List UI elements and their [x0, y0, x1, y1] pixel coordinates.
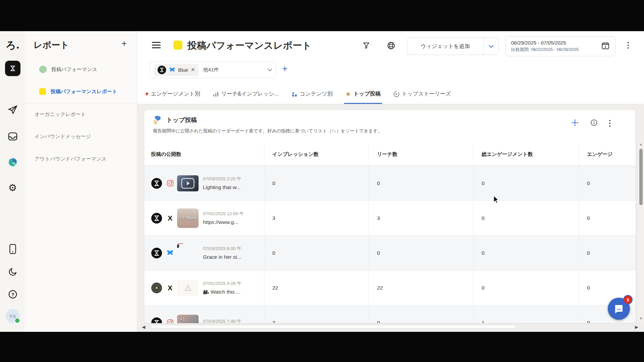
- compose-post-icon[interactable]: [5, 61, 20, 76]
- filter-chevron-down-icon[interactable]: [268, 67, 272, 73]
- reach-value: 0: [377, 180, 380, 186]
- post-date: 07/01/2025 4:26 午: [203, 281, 241, 287]
- scroll-down-icon[interactable]: ▼: [638, 316, 644, 320]
- scroll-right-icon[interactable]: ▶: [635, 325, 638, 329]
- reports-panel-title: レポート: [34, 39, 69, 51]
- avatar-initials: YS: [9, 313, 16, 319]
- report-header: 投稿パフォーマンスレポート ウィジェットを追加 06/29/2025 -: [137, 31, 644, 61]
- impressions-value: 3: [272, 215, 275, 221]
- add-report-button[interactable]: +: [121, 39, 127, 48]
- column-header[interactable]: 投稿の公開数: [151, 151, 181, 158]
- table-row[interactable]: X +2 More 07/02/2025 12:50 午 https://www…: [144, 201, 636, 236]
- post-title: Lighting that w...: [203, 184, 241, 190]
- pen-icon: [9, 64, 17, 72]
- reach-value: 0: [377, 320, 380, 324]
- widget-header: トップ投稿 報告期間中に公開された投稿のリーダーボード表です。好みの指標に基づい…: [144, 110, 636, 143]
- scroll-up-icon[interactable]: ▲: [638, 142, 644, 146]
- impressions-value: 22: [272, 285, 278, 291]
- publish-paper-plane-icon[interactable]: [7, 105, 18, 115]
- app-logo-icon[interactable]: ろ.: [6, 39, 19, 52]
- engagements-value: 0: [482, 250, 485, 256]
- horizontal-scrollbar[interactable]: ◀ ▶: [142, 323, 638, 330]
- move-widget-icon[interactable]: [571, 119, 579, 128]
- video-camera-icon: [203, 290, 209, 294]
- settings-gear-icon[interactable]: ⚙: [8, 183, 17, 193]
- profile-avatar: [151, 247, 162, 259]
- add-filter-button[interactable]: +: [282, 63, 287, 74]
- sidebar-item-post-performance-report[interactable]: 投稿パフォーマンスレポート: [25, 85, 137, 98]
- bar-chart-icon: [213, 92, 219, 97]
- engagements-value: 1: [482, 320, 485, 324]
- rate-value: 0: [587, 215, 590, 221]
- svg-text:?: ?: [11, 292, 14, 297]
- table-row[interactable]: +1 07/03/2025 7:49 午 2 0 1 0: [144, 305, 636, 323]
- icon-rail: ろ. ⚙ ?: [0, 31, 25, 332]
- filter-funnel-icon[interactable]: [361, 41, 371, 51]
- column-header[interactable]: インプレッション数: [272, 151, 319, 158]
- profile-filter-chip[interactable]: Blue ✕: [154, 64, 199, 76]
- post-date: 07/03/2025 8:00 午: [203, 246, 241, 252]
- chat-bubble-icon: [613, 303, 625, 314]
- sidebar-item-post-performance[interactable]: 投稿パフォーマンス: [25, 63, 137, 76]
- profile-avatar: [157, 65, 166, 74]
- post-date: 07/03/2025 2:20 午: [203, 176, 241, 182]
- header-overflow-menu-icon[interactable]: [628, 42, 629, 49]
- table-row[interactable]: X 07/01/2025 4:26 午 Watch this ...: [144, 270, 636, 305]
- impressions-value: 0: [272, 250, 275, 256]
- top-posts-widget: トップ投稿 報告期間中に公開された投稿のリーダーボード表です。好みの指標に基づい…: [144, 110, 636, 323]
- table-header-row: 投稿の公開数 インプレッション数 リーチ数 総エンゲージメント数 エンゲージ: [144, 143, 636, 166]
- scroll-left-icon[interactable]: ◀: [142, 325, 145, 329]
- svg-text:1: 1: [604, 45, 606, 49]
- report-color-swatch: [173, 41, 182, 50]
- column-header[interactable]: 総エンゲージメント数: [482, 151, 533, 158]
- tab-content-type[interactable]: コンテンツ別: [290, 90, 334, 104]
- calendar-icon: 1: [596, 41, 615, 51]
- impressions-value: 2: [272, 320, 275, 324]
- stories-play-icon: [393, 91, 399, 97]
- app-window: ろ. ⚙ ?: [0, 31, 644, 332]
- add-widget-button[interactable]: ウィジェットを追加: [407, 38, 499, 55]
- menu-icon[interactable]: [152, 42, 161, 48]
- user-avatar[interactable]: YS: [6, 309, 20, 323]
- top-posts-table: 投稿の公開数 インプレッション数 リーチ数 総エンゲージメント数 エンゲージ: [144, 143, 636, 323]
- bluesky-icon: [166, 250, 174, 256]
- reports-pie-chart-icon[interactable]: [7, 157, 18, 168]
- instagram-icon: [166, 319, 174, 323]
- horizontal-scroll-thumb[interactable]: [151, 325, 516, 329]
- filter-row: Blue ✕ 他41件 +: [137, 61, 644, 79]
- date-range-picker[interactable]: 06/29/2025 - 07/05/2025 比較期間: 06/22/2025…: [505, 36, 615, 56]
- reach-value: 0: [377, 250, 380, 256]
- profile-filter-box[interactable]: Blue ✕ 他41件: [150, 61, 276, 78]
- mobile-phone-icon[interactable]: [8, 244, 18, 254]
- dark-mode-moon-icon[interactable]: [8, 267, 18, 277]
- sidebar-item-outbound-performance[interactable]: アウトバウンドパフォーマンス: [35, 153, 107, 165]
- widget-overflow-menu-icon[interactable]: [609, 120, 610, 127]
- widget-description: 報告期間中に公開された投稿のリーダーボード表です。好みの指標に基づいてリスト（↑…: [153, 128, 628, 134]
- tab-top-stories[interactable]: トップストーリーズ: [392, 90, 452, 104]
- sidebar-item-organic-report[interactable]: オーガニックレポート: [35, 108, 86, 120]
- warning-icon: [184, 285, 192, 291]
- yellow-square-swatch: [39, 88, 46, 95]
- table-row[interactable]: 07/03/2025 8:00 午 Grace in her st... 0 0…: [144, 236, 636, 270]
- chip-remove-icon[interactable]: ✕: [191, 67, 195, 73]
- globe-icon[interactable]: [386, 41, 396, 51]
- vertical-scrollbar[interactable]: ▲ ▼: [638, 141, 644, 322]
- tab-engagement[interactable]: ♥ エンゲージメント別: [144, 90, 202, 104]
- engagements-value: 0: [482, 215, 485, 221]
- star-icon: ★: [345, 91, 351, 97]
- inbox-icon[interactable]: [7, 131, 18, 142]
- vertical-scroll-thumb[interactable]: [639, 149, 643, 205]
- widget-info-icon[interactable]: [590, 119, 598, 128]
- reach-value: 22: [377, 285, 383, 291]
- comparison-period: 比較期間: 06/22/2025 - 06/28/2025: [511, 47, 596, 53]
- tab-reach-impressions[interactable]: リーチ&インプレッシ...: [212, 90, 280, 104]
- sidebar-item-inbound-messages[interactable]: インバウンドメッセージ: [35, 130, 91, 142]
- chat-notification-badge: 5: [623, 295, 633, 304]
- column-header[interactable]: リーチ数: [377, 151, 397, 158]
- table-row[interactable]: 07/03/2025 2:20 午 Lighting that w... 0 0…: [144, 166, 636, 201]
- help-icon[interactable]: ?: [8, 289, 18, 299]
- chevron-down-icon[interactable]: [484, 45, 498, 48]
- column-header[interactable]: エンゲージ: [587, 151, 612, 158]
- tab-top-posts[interactable]: ★ トップ投稿: [344, 90, 382, 104]
- main-content: 投稿パフォーマンスレポート ウィジェットを追加 06/29/2025 -: [137, 31, 644, 332]
